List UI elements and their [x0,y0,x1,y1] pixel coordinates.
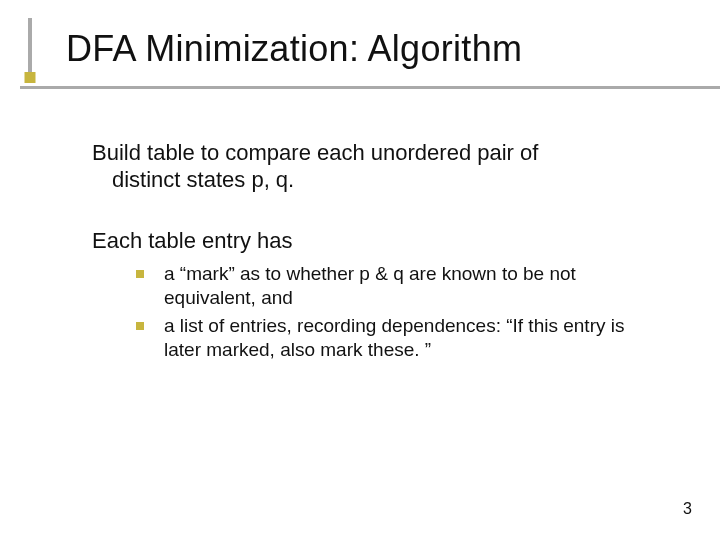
title-row: DFA Minimization: Algorithm [0,18,720,80]
paragraph-1: Build table to compare each unordered pa… [92,140,660,194]
list-item: a list of entries, recording dependences… [136,314,660,362]
slide-title: DFA Minimization: Algorithm [66,28,522,70]
paragraph-1-line-1: Build table to compare each unordered pa… [92,140,660,167]
title-accent-icon [20,18,40,80]
square-bullet-icon [136,270,144,278]
paragraph-1-line-2: distinct states p, q. [92,167,660,194]
square-bullet-icon [136,322,144,330]
title-underline [20,86,720,89]
slide: DFA Minimization: Algorithm Build table … [0,0,720,540]
bullet-list: a “mark” as to whether p & q are known t… [92,262,660,362]
paragraph-2: Each table entry has [92,228,660,255]
slide-body: Build table to compare each unordered pa… [92,140,660,366]
bullet-text-1: a “mark” as to whether p & q are known t… [164,262,660,310]
list-item: a “mark” as to whether p & q are known t… [136,262,660,310]
bullet-text-2: a list of entries, recording dependences… [164,314,660,362]
page-number: 3 [683,500,692,518]
